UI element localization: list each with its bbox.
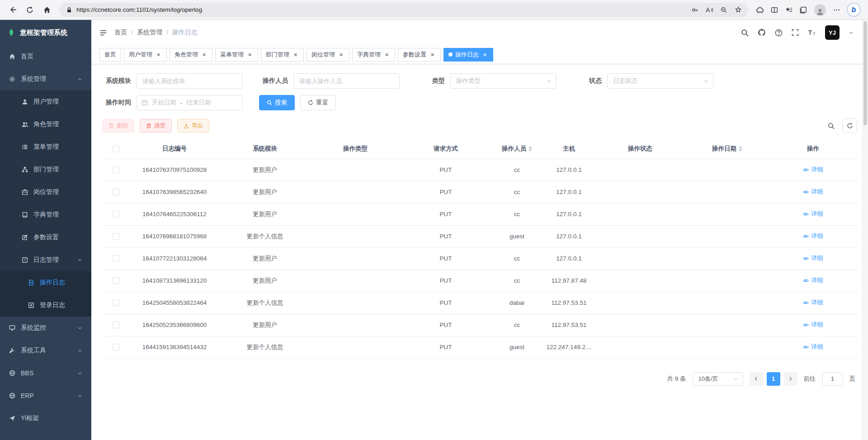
detail-link[interactable]: 详细 xyxy=(803,210,823,218)
hamburger-menu-icon[interactable] xyxy=(99,29,107,37)
select-all-checkbox[interactable] xyxy=(113,146,119,152)
sidebar-item-user-management[interactable]: 用户管理 xyxy=(0,90,91,113)
row-checkbox[interactable] xyxy=(113,211,119,218)
detail-link[interactable]: 详细 xyxy=(803,166,823,174)
column-header[interactable]: 操作人员 xyxy=(491,139,543,159)
delete-button[interactable]: 删除 xyxy=(102,119,134,132)
row-checkbox[interactable] xyxy=(113,322,119,328)
favorites-bar-icon[interactable] xyxy=(785,6,793,14)
row-checkbox[interactable] xyxy=(113,277,119,284)
sidebar-item-erp[interactable]: ERP xyxy=(0,384,91,407)
tab-user-management[interactable]: 用户管理× xyxy=(124,48,167,62)
tab-department-management[interactable]: 部门管理× xyxy=(261,48,304,62)
module-input[interactable] xyxy=(137,73,243,89)
font-size-icon[interactable]: TT xyxy=(808,28,816,37)
sidebar-item-log-management[interactable]: 日志管理 xyxy=(0,249,91,271)
row-checkbox[interactable] xyxy=(113,344,119,350)
tab-close-icon[interactable]: × xyxy=(481,51,488,58)
breadcrumb-item[interactable]: 系统管理 xyxy=(137,28,162,37)
browser-more-icon[interactable] xyxy=(833,6,840,14)
reset-button[interactable]: 重置 xyxy=(300,95,336,110)
tab-dict-management[interactable]: 字典管理× xyxy=(352,48,395,62)
tab-close-icon[interactable]: × xyxy=(155,51,162,58)
help-icon[interactable] xyxy=(775,29,783,37)
copilot-bing-icon[interactable]: b xyxy=(848,4,860,16)
detail-link[interactable]: 详细 xyxy=(803,232,823,240)
table-refresh-icon[interactable] xyxy=(843,118,857,133)
browser-profile-avatar[interactable] xyxy=(814,4,826,16)
sidebar-item-dict-management[interactable]: 字典管理 xyxy=(0,203,91,226)
date-range-picker[interactable]: 开始日期 - 结束日期 xyxy=(137,95,243,110)
table-search-icon[interactable] xyxy=(824,118,838,133)
read-aloud-icon[interactable]: A xyxy=(706,6,713,14)
row-checkbox[interactable] xyxy=(113,166,119,173)
collections-icon[interactable] xyxy=(800,6,807,14)
operator-input[interactable] xyxy=(293,73,400,89)
detail-link[interactable]: 详细 xyxy=(803,276,823,284)
sidebar-item-bbs[interactable]: BBS xyxy=(0,362,91,384)
type-select[interactable]: 操作类型 xyxy=(450,73,557,89)
github-icon[interactable] xyxy=(758,28,766,37)
column-header[interactable]: 操作日期 xyxy=(685,139,769,159)
sidebar-item-home[interactable]: 首页 xyxy=(0,45,91,68)
url-text[interactable]: https://ccnetcore.com:1101/system/log/op… xyxy=(76,6,688,13)
search-button[interactable]: 搜索 xyxy=(259,95,295,110)
detail-link[interactable]: 详细 xyxy=(803,321,823,329)
export-button[interactable]: 导出 xyxy=(177,119,209,132)
user-avatar[interactable]: YJ xyxy=(825,25,840,40)
detail-link[interactable]: 详细 xyxy=(803,298,823,307)
detail-link[interactable]: 详细 xyxy=(803,254,823,262)
page-1-button[interactable]: 1 xyxy=(767,372,780,386)
zoom-out-icon[interactable] xyxy=(721,7,727,13)
avatar-caret-icon[interactable] xyxy=(849,30,854,35)
detail-link[interactable]: 详细 xyxy=(803,188,823,196)
row-checkbox[interactable] xyxy=(113,189,119,195)
browser-refresh-button[interactable] xyxy=(22,2,38,18)
sidebar-item-operation-log[interactable]: 操作日志 xyxy=(0,271,91,294)
sidebar-item-menu-management[interactable]: 菜单管理 xyxy=(0,136,91,158)
tab-param-settings[interactable]: 参数设置× xyxy=(398,48,441,62)
scrollbar-thumb[interactable] xyxy=(863,21,867,125)
tab-home[interactable]: 首页 xyxy=(99,48,121,62)
sidebar-item-param-settings[interactable]: 参数设置 xyxy=(0,226,91,249)
clear-button[interactable]: 清空 xyxy=(140,119,172,132)
detail-link[interactable]: 详细 xyxy=(803,343,823,351)
next-page-button[interactable] xyxy=(784,372,797,386)
fullscreen-icon[interactable] xyxy=(792,29,799,36)
sidebar-item-system-management[interactable]: 系统管理 xyxy=(0,68,91,90)
tab-close-icon[interactable]: × xyxy=(338,51,344,58)
prev-page-button[interactable] xyxy=(750,372,763,386)
row-checkbox[interactable] xyxy=(113,233,119,240)
row-checkbox[interactable] xyxy=(113,255,119,262)
sidebar-item-role-management[interactable]: 角色管理 xyxy=(0,113,91,136)
sidebar-item-department-management[interactable]: 部门管理 xyxy=(0,158,91,181)
sidebar-item-login-log[interactable]: 登录日志 xyxy=(0,294,91,317)
tab-close-icon[interactable]: × xyxy=(383,51,390,58)
tab-close-icon[interactable]: × xyxy=(246,51,253,58)
password-key-icon[interactable] xyxy=(692,7,698,13)
sidebar-item-system-tools[interactable]: 系统工具 xyxy=(0,339,91,362)
sort-caret-icon[interactable] xyxy=(528,146,532,151)
page-scrollbar[interactable] xyxy=(862,20,868,440)
tab-close-icon[interactable]: × xyxy=(429,51,436,58)
browser-home-button[interactable] xyxy=(39,2,55,18)
sidebar-item-system-monitor[interactable]: 系统监控 xyxy=(0,317,91,339)
page-size-select[interactable]: 10条/页 xyxy=(693,372,743,386)
tab-menu-management[interactable]: 菜单管理× xyxy=(215,48,258,62)
tab-role-management[interactable]: 角色管理× xyxy=(170,48,212,62)
sidebar-item-yi-framework[interactable]: Yi框架 xyxy=(0,407,91,430)
url-bar[interactable]: https://ccnetcore.com:1101/system/log/op… xyxy=(60,3,748,17)
status-select[interactable]: 日志状态 xyxy=(607,73,713,89)
tab-operation-log[interactable]: 操作日志× xyxy=(443,48,493,62)
sort-caret-icon[interactable] xyxy=(739,146,742,151)
tab-close-icon[interactable]: × xyxy=(201,51,208,58)
row-checkbox[interactable] xyxy=(113,299,119,306)
browser-back-button[interactable] xyxy=(5,2,21,18)
sidebar-item-post-management[interactable]: 岗位管理 xyxy=(0,181,91,203)
goto-page-input[interactable] xyxy=(822,372,843,386)
split-screen-icon[interactable] xyxy=(771,6,778,14)
header-search-icon[interactable] xyxy=(741,29,749,37)
extensions-icon[interactable] xyxy=(756,6,764,14)
favorites-add-icon[interactable] xyxy=(735,6,742,14)
tab-close-icon[interactable]: × xyxy=(292,51,299,58)
